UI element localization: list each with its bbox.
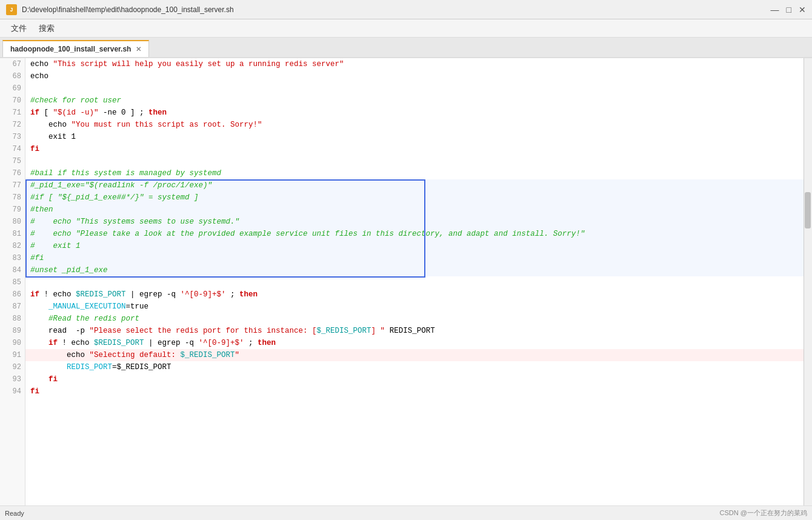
line-num-69: 69 [0, 82, 25, 95]
tab-label: hadoopnode_100_install_server.sh [10, 45, 131, 53]
code-line-84: #unset _pid_1_exe [25, 264, 804, 276]
menu-file[interactable]: 文件 [5, 21, 33, 36]
line-num-79: 79 [0, 204, 25, 216]
line-num-89: 89 [0, 325, 25, 337]
line-num-76: 76 [0, 167, 25, 179]
code-content[interactable]: echo "This script will help you easily s… [25, 58, 804, 505]
line-num-73: 73 [0, 131, 25, 143]
code-line-71: if [ "$(id -u)" -ne 0 ] ; then [25, 107, 804, 119]
code-line-88: #Read the redis port [25, 313, 804, 325]
code-line-90: if ! echo $REDIS_PORT | egrep -q '^[0-9]… [25, 337, 804, 349]
window-title: D:\develop\finalshell\temp\edit\hadoopno… [22, 5, 771, 14]
code-line-70: #check for root user [25, 95, 804, 107]
status-watermark: CSDN @一个正在努力的菜鸡 [720, 508, 807, 518]
window-controls[interactable]: — □ ✕ [771, 5, 806, 15]
code-line-79: #then [25, 204, 804, 216]
scrollbar[interactable] [804, 58, 812, 505]
line-num-92: 92 [0, 361, 25, 373]
line-num-74: 74 [0, 143, 25, 155]
line-num-67: 67 [0, 58, 25, 70]
line-num-81: 81 [0, 228, 25, 240]
minimize-button[interactable]: — [771, 5, 779, 15]
line-num-85: 85 [0, 276, 25, 288]
tab-bar: hadoopnode_100_install_server.sh ✕ [0, 38, 812, 58]
code-line-83: #fi [25, 252, 804, 264]
code-line-82: # exit 1 [25, 240, 804, 252]
line-num-90: 90 [0, 337, 25, 349]
editor: 67 68 69 70 71 72 73 74 75 76 77 78 79 8… [0, 58, 812, 505]
code-line-68: echo [25, 70, 804, 82]
line-num-71: 71 [0, 107, 25, 119]
code-line-69 [25, 82, 804, 95]
line-num-72: 72 [0, 119, 25, 131]
code-line-89: read -p "Please select the redis port fo… [25, 325, 804, 337]
code-line-78: #if [ "${_pid_1_exe##*/}" = systemd ] [25, 192, 804, 204]
menu-search[interactable]: 搜索 [33, 21, 61, 36]
maximize-button[interactable]: □ [787, 5, 791, 15]
title-bar: J D:\develop\finalshell\temp\edit\hadoop… [0, 0, 812, 19]
line-num-70: 70 [0, 95, 25, 107]
line-num-94: 94 [0, 385, 25, 398]
svg-text:J: J [10, 7, 13, 13]
line-num-83: 83 [0, 252, 25, 264]
status-bar: Ready CSDN @一个正在努力的菜鸡 [0, 505, 812, 520]
code-line-93: fi [25, 373, 804, 385]
line-num-86: 86 [0, 288, 25, 301]
code-line-94: fi [25, 385, 804, 398]
code-line-74: fi [25, 143, 804, 155]
line-num-91: 91 [0, 349, 25, 361]
code-line-72: echo "You must run this script as root. … [25, 119, 804, 131]
code-line-67: echo "This script will help you easily s… [25, 58, 804, 70]
menu-bar: 文件 搜索 [0, 19, 812, 38]
code-line-77: #_pid_1_exe="$(readlink -f /proc/1/exe)" [25, 179, 804, 192]
scrollbar-thumb[interactable] [805, 192, 811, 228]
app-icon: J [6, 4, 17, 15]
code-line-80: # echo "This systems seems to use system… [25, 216, 804, 228]
code-line-81: # echo "Please take a look at the provid… [25, 228, 804, 240]
line-num-84: 84 [0, 264, 25, 276]
line-num-68: 68 [0, 70, 25, 82]
line-num-87: 87 [0, 301, 25, 313]
code-line-76: #bail if this system is managed by syste… [25, 167, 804, 179]
code-line-91: echo "Selecting default: $_REDIS_PORT" [25, 349, 804, 361]
code-line-85 [25, 276, 804, 288]
line-num-88: 88 [0, 313, 25, 325]
line-num-78: 78 [0, 192, 25, 204]
close-button[interactable]: ✕ [799, 5, 806, 15]
line-num-93: 93 [0, 373, 25, 385]
line-num-80: 80 [0, 216, 25, 228]
tab-close-icon[interactable]: ✕ [136, 45, 141, 53]
code-line-86: if ! echo $REDIS_PORT | egrep -q '^[0-9]… [25, 288, 804, 301]
code-line-87: _MANUAL_EXECUTION=true [25, 301, 804, 313]
line-num-77: 77 [0, 179, 25, 192]
line-num-75: 75 [0, 155, 25, 167]
code-line-75 [25, 155, 804, 167]
line-num-82: 82 [0, 240, 25, 252]
line-numbers: 67 68 69 70 71 72 73 74 75 76 77 78 79 8… [0, 58, 25, 505]
code-line-92: REDIS_PORT=$_REDIS_PORT [25, 361, 804, 373]
tab-file[interactable]: hadoopnode_100_install_server.sh ✕ [2, 40, 149, 57]
status-ready: Ready [5, 510, 24, 517]
code-line-73: exit 1 [25, 131, 804, 143]
